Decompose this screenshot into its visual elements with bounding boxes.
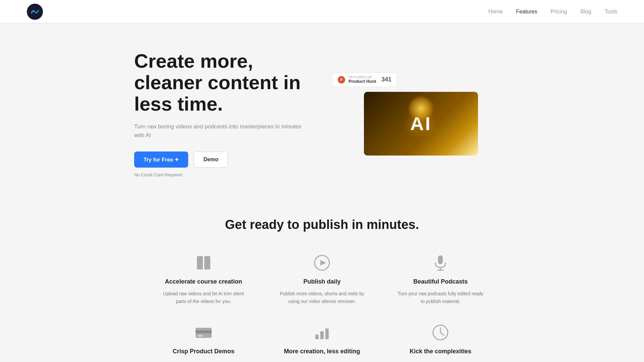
svg-rect-9 — [198, 335, 203, 337]
mic-icon — [430, 252, 451, 274]
hero-visual: P FEATURED ON Product Hunt 341 AI — [332, 72, 510, 156]
play-circle-icon — [311, 252, 333, 274]
book-icon — [193, 252, 214, 274]
feature-course-desc: Upload raw videos and let AI trim silent… — [160, 290, 247, 305]
feature-publish: Publish daily Publish more videos, short… — [273, 252, 371, 305]
svg-rect-8 — [196, 330, 212, 333]
ph-name-text: Product Hunt — [348, 79, 376, 84]
product-hunt-badge[interactable]: P FEATURED ON Product Hunt 341 — [332, 72, 397, 87]
nav-tools[interactable]: Tools — [605, 9, 617, 14]
nav-pricing[interactable]: Pricing — [551, 9, 567, 14]
svg-rect-10 — [315, 335, 319, 339]
product-hunt-label: FEATURED ON Product Hunt — [348, 75, 376, 84]
nav-home[interactable]: Home — [488, 9, 503, 14]
feature-podcast-desc: Turn your raw podcasts fully edited read… — [397, 290, 484, 305]
feature-demo-name: Crisp Product Demos — [173, 348, 234, 355]
chart-icon — [311, 322, 333, 343]
feature-time: Kick the complexities — [391, 322, 490, 355]
feature-podcast-name: Beautiful Podcasts — [413, 278, 468, 285]
features-title: Get ready to publish in minutes. — [13, 218, 631, 232]
feature-creation-name: More creation, less editing — [284, 348, 360, 355]
feature-demo: Crisp Product Demos — [154, 322, 253, 355]
svg-line-15 — [440, 333, 444, 335]
svg-rect-12 — [325, 328, 329, 339]
ph-count: 341 — [381, 76, 391, 83]
svg-marker-3 — [320, 260, 326, 265]
hero-section: Create more, cleaner content in less tim… — [121, 23, 523, 197]
svg-rect-11 — [320, 331, 324, 339]
logo[interactable] — [27, 4, 43, 20]
feature-publish-desc: Publish more videos, shorts and reels by… — [278, 290, 366, 305]
feature-publish-name: Publish daily — [303, 278, 340, 285]
hero-buttons: Try for Free ✦ Demo — [134, 152, 312, 168]
feature-creation: More creation, less editing — [273, 322, 371, 355]
features-grid: Accelerate course creation Upload raw vi… — [154, 252, 490, 355]
hero-title: Create more, cleaner content in less tim… — [134, 50, 312, 114]
hero-subtitle: Turn raw boring videos and podcasts into… — [134, 122, 312, 139]
navbar: Home Features Pricing Blog Tools — [0, 0, 644, 23]
try-free-button[interactable]: Try for Free ✦ — [134, 152, 188, 168]
clock-icon — [430, 322, 451, 343]
svg-rect-4 — [438, 255, 443, 264]
features-section: Get ready to publish in minutes. Acceler… — [0, 197, 644, 362]
feature-time-name: Kick the complexities — [410, 348, 471, 355]
nav-links: Home Features Pricing Blog Tools — [488, 9, 617, 15]
nav-features[interactable]: Features — [516, 9, 537, 14]
svg-rect-1 — [204, 256, 210, 269]
no-credit-card-text: No Credit Card Required. — [134, 172, 312, 177]
card-icon — [193, 322, 214, 343]
feature-course-name: Accelerate course creation — [165, 278, 242, 285]
product-hunt-icon: P — [338, 76, 345, 83]
demo-button[interactable]: Demo — [194, 152, 228, 168]
ph-featured-text: FEATURED ON — [348, 75, 376, 79]
hero-content: Create more, cleaner content in less tim… — [134, 50, 312, 177]
nav-blog[interactable]: Blog — [581, 9, 591, 14]
video-glow — [408, 95, 434, 122]
video-thumbnail[interactable]: AI — [364, 92, 478, 156]
feature-course: Accelerate course creation Upload raw vi… — [154, 252, 253, 305]
svg-rect-0 — [197, 256, 203, 269]
feature-podcast: Beautiful Podcasts Turn your raw podcast… — [391, 252, 490, 305]
